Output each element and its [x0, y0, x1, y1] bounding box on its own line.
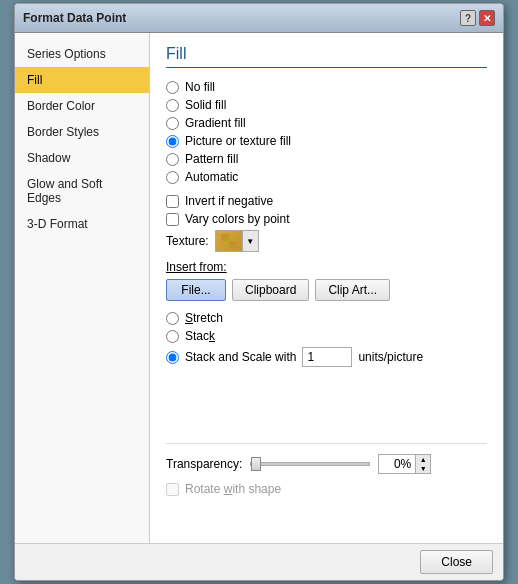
- spin-up-button[interactable]: ▲: [416, 455, 430, 464]
- vary-colors-label[interactable]: Vary colors by point: [185, 212, 290, 226]
- close-button[interactable]: Close: [420, 550, 493, 574]
- picture-texture-fill-label[interactable]: Picture or texture fill: [185, 134, 291, 148]
- bottom-section: Transparency: ▲ ▼ Rotate with shape: [166, 443, 487, 496]
- automatic-row: Automatic: [166, 170, 487, 184]
- transparency-slider[interactable]: [250, 462, 370, 466]
- vary-colors-checkbox[interactable]: [166, 213, 179, 226]
- stack-scale-label[interactable]: Stack and Scale with: [185, 350, 296, 364]
- fill-section-title: Fill: [166, 45, 487, 68]
- no-fill-radio[interactable]: [166, 81, 179, 94]
- help-button[interactable]: ?: [460, 10, 476, 26]
- picture-texture-fill-row: Picture or texture fill: [166, 134, 487, 148]
- transparency-value-input[interactable]: [379, 455, 415, 473]
- gradient-fill-label[interactable]: Gradient fill: [185, 116, 246, 130]
- sidebar: Series Options Fill Border Color Border …: [15, 33, 150, 543]
- texture-row: Texture: ▼: [166, 230, 487, 252]
- svg-rect-2: [229, 241, 237, 248]
- units-label: units/picture: [358, 350, 423, 364]
- fill-radio-group: No fill Solid fill Gradient fill Picture…: [166, 80, 487, 184]
- insert-from-label: Insert from:: [166, 260, 487, 274]
- spin-down-button[interactable]: ▼: [416, 464, 430, 473]
- no-fill-label[interactable]: No fill: [185, 80, 215, 94]
- invert-negative-checkbox[interactable]: [166, 195, 179, 208]
- dialog-footer: Close: [15, 543, 503, 580]
- transparency-label: Transparency:: [166, 457, 242, 471]
- invert-negative-row: Invert if negative: [166, 194, 487, 208]
- invert-negative-label[interactable]: Invert if negative: [185, 194, 273, 208]
- texture-preview[interactable]: [215, 230, 243, 252]
- slider-thumb[interactable]: [251, 457, 261, 471]
- stack-row: Stack: [166, 329, 487, 343]
- stretch-row: Stretch: [166, 311, 487, 325]
- transparency-row: Transparency: ▲ ▼: [166, 454, 487, 474]
- sidebar-item-series-options[interactable]: Series Options: [15, 41, 149, 67]
- stretch-label[interactable]: Stretch: [185, 311, 223, 325]
- no-fill-row: No fill: [166, 80, 487, 94]
- sidebar-item-border-color[interactable]: Border Color: [15, 93, 149, 119]
- gradient-fill-radio[interactable]: [166, 117, 179, 130]
- scale-input[interactable]: [302, 347, 352, 367]
- stack-radio[interactable]: [166, 330, 179, 343]
- dialog-body: Series Options Fill Border Color Border …: [15, 33, 503, 543]
- insert-buttons: File... Clipboard Clip Art...: [166, 279, 487, 301]
- percent-input-wrap: ▲ ▼: [378, 454, 431, 474]
- sidebar-item-glow-soft-edges[interactable]: Glow and Soft Edges: [15, 171, 149, 211]
- texture-icon: [221, 234, 237, 248]
- close-x-button[interactable]: ✕: [479, 10, 495, 26]
- sidebar-item-shadow[interactable]: Shadow: [15, 145, 149, 171]
- automatic-radio[interactable]: [166, 171, 179, 184]
- stack-label[interactable]: Stack: [185, 329, 215, 343]
- texture-dropdown-arrow[interactable]: ▼: [243, 230, 259, 252]
- gradient-fill-row: Gradient fill: [166, 116, 487, 130]
- sidebar-item-fill[interactable]: Fill: [15, 67, 149, 93]
- solid-fill-radio[interactable]: [166, 99, 179, 112]
- rotate-shape-checkbox[interactable]: [166, 483, 179, 496]
- stretch-stack-group: Stretch Stack Stack and Scale with units…: [166, 311, 487, 367]
- sidebar-item-3d-format[interactable]: 3-D Format: [15, 211, 149, 237]
- solid-fill-label[interactable]: Solid fill: [185, 98, 226, 112]
- format-data-point-dialog: Format Data Point ? ✕ Series Options Fil…: [14, 3, 504, 581]
- rotate-row: Rotate with shape: [166, 482, 487, 496]
- title-bar: Format Data Point ? ✕: [15, 4, 503, 33]
- pattern-fill-row: Pattern fill: [166, 152, 487, 166]
- dialog-title: Format Data Point: [23, 11, 126, 25]
- file-button[interactable]: File...: [166, 279, 226, 301]
- clip-art-button[interactable]: Clip Art...: [315, 279, 390, 301]
- main-content: Fill No fill Solid fill Gradient fill: [150, 33, 503, 543]
- pattern-fill-label[interactable]: Pattern fill: [185, 152, 238, 166]
- stack-scale-radio[interactable]: [166, 351, 179, 364]
- pattern-fill-radio[interactable]: [166, 153, 179, 166]
- solid-fill-row: Solid fill: [166, 98, 487, 112]
- clipboard-button[interactable]: Clipboard: [232, 279, 309, 301]
- spin-buttons: ▲ ▼: [415, 455, 430, 473]
- title-controls: ? ✕: [460, 10, 495, 26]
- automatic-label[interactable]: Automatic: [185, 170, 238, 184]
- svg-rect-1: [221, 234, 229, 241]
- vary-colors-row: Vary colors by point: [166, 212, 487, 226]
- picture-texture-fill-radio[interactable]: [166, 135, 179, 148]
- stretch-radio[interactable]: [166, 312, 179, 325]
- texture-label: Texture:: [166, 234, 209, 248]
- rotate-shape-label: Rotate with shape: [185, 482, 281, 496]
- sidebar-item-border-styles[interactable]: Border Styles: [15, 119, 149, 145]
- stack-scale-row: Stack and Scale with units/picture: [166, 347, 487, 367]
